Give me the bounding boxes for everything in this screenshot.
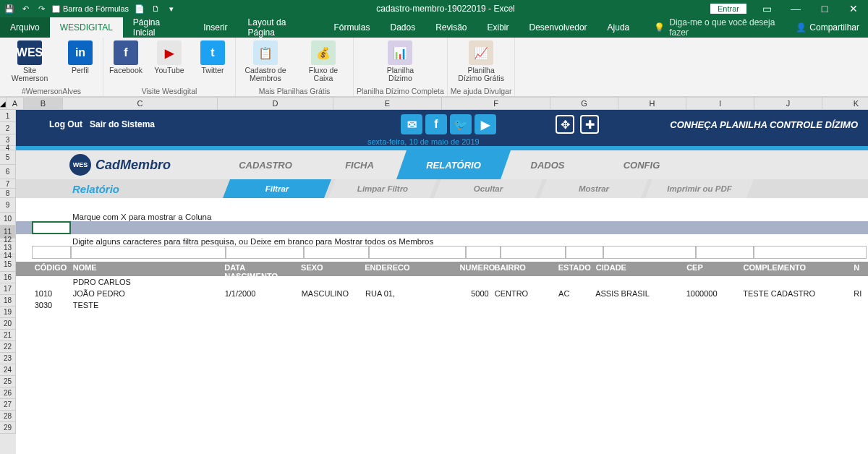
qat-customize-icon[interactable]: ▾ [166,4,176,14]
table-row[interactable]: PDRO CARLOS [16,276,868,288]
undo-icon[interactable]: ↶ [20,4,30,14]
move-icon[interactable]: ✥ [556,115,574,134]
action-ocultar[interactable]: Ocultar [441,179,535,198]
row-8[interactable]: 8 [0,189,16,198]
cell: RI [851,288,868,299]
action-mostrar[interactable]: Mostrar [547,179,641,198]
sign-in-button[interactable]: Entrar [710,4,746,14]
twitter-icon[interactable]: 🐦 [450,114,472,134]
row-29[interactable]: 29 [0,422,16,434]
ribbon-button-twitter[interactable]: tTwitter [195,40,231,74]
ribbon-tab-layout-da-página[interactable]: Layout da Página [238,17,324,38]
main-tab-relatório[interactable]: RELATÓRIO [407,150,501,179]
ribbon-tab-exibir[interactable]: Exibir [477,17,519,38]
logout-link[interactable]: Log Out [49,119,82,129]
ribbon-tab-revisão[interactable]: Revisão [425,17,477,38]
row-20[interactable]: 20 [0,318,16,330]
cell [851,299,868,311]
action-filtrar[interactable]: Filtrar [230,179,324,198]
action-imprimir-ou-pdf[interactable]: Imprimir ou PDF [652,179,746,198]
row-16[interactable]: 16 [0,272,16,283]
row-1[interactable]: 1 [0,110,16,122]
col-K[interactable]: K [822,98,868,109]
mail-icon[interactable]: ✉ [401,114,422,134]
col-B[interactable]: B [24,98,63,109]
ribbon-button-perfil[interactable]: inPerfil [62,40,98,82]
file-tab[interactable]: Arquivo [0,17,50,38]
col-D[interactable]: D [218,98,333,109]
th-numero: NUMERO [457,262,492,276]
row-27[interactable]: 27 [0,399,16,411]
close-button[interactable]: ✕ [839,0,868,17]
col-I[interactable]: I [686,98,754,109]
row-7[interactable]: 7 [0,179,16,189]
main-tab-ficha[interactable]: FICHA [312,150,407,179]
ribbon-button-cadastro-de-membros[interactable]: 📋Cadastro de Membros [240,40,291,82]
col-H[interactable]: H [618,98,686,109]
ribbon-options-icon[interactable]: ▭ [752,0,781,17]
row-19[interactable]: 19 [0,307,16,318]
row-17[interactable]: 17 [0,283,16,295]
main-tab-config[interactable]: CONFIG [595,150,689,179]
action-limpar-filtro[interactable]: Limpar Filtro [336,179,430,198]
active-cell[interactable] [32,221,71,234]
youtube-icon[interactable]: ▶ [475,114,496,134]
row-23[interactable]: 23 [0,353,16,364]
save-icon[interactable]: 💾 [4,4,14,14]
row-2[interactable]: 2 [0,122,16,134]
row-6[interactable]: 6 [0,165,16,179]
ribbon-tab-inserir[interactable]: Inserir [193,17,237,38]
filter-row[interactable] [16,246,868,259]
row-5[interactable]: 5 [0,150,16,165]
ribbon-button-label: Cadastro de Membros [240,67,291,82]
share-button[interactable]: 👤 Compartilhar [796,22,859,33]
row-9[interactable]: 9 [0,198,16,213]
col-J[interactable]: J [754,98,822,109]
ribbon-tab-desenvolvedor[interactable]: Desenvolvedor [519,17,597,38]
minimize-button[interactable]: — [781,0,810,17]
select-all-cell[interactable]: ◢ [0,98,7,109]
col-G[interactable]: G [550,98,618,109]
maximize-button[interactable]: □ [810,0,839,17]
touch-mode-icon[interactable]: 📄 [135,4,145,14]
row-28[interactable]: 28 [0,411,16,422]
row-22[interactable]: 22 [0,341,16,353]
col-E[interactable]: E [333,98,442,109]
print-preview-icon[interactable]: 🗋 [150,4,161,14]
exit-link[interactable]: Sair do Sistema [90,119,155,129]
row-26[interactable]: 26 [0,387,16,399]
ribbon-tab-ajuda[interactable]: Ajuda [597,17,640,38]
row-25[interactable]: 25 [0,376,16,387]
worksheet[interactable]: Log Out Sair do Sistema ✉ f 🐦 ▶ ✥ ✚ CONH… [16,110,868,454]
brand-name: CadMembro [95,158,171,173]
row-21[interactable]: 21 [0,330,16,341]
row-24[interactable]: 24 [0,364,16,376]
tell-me[interactable]: 💡 Diga-me o que você deseja fazer [654,17,796,38]
ribbon-button-planilha-dízimo[interactable]: 📊Planilha Dízimo [375,40,425,82]
column-selector-row[interactable] [16,221,868,234]
ribbon-button-fluxo-de-caixa[interactable]: 💰Fluxo de Caixa [298,40,349,82]
ribbon-button-planilha-dízimo-grátis[interactable]: 📈Planilha Dízimo Grátis [456,40,506,82]
col-F[interactable]: F [442,98,550,109]
facebook-icon[interactable]: f [425,114,447,134]
row-10[interactable]: 10 [0,213,16,226]
ribbon-tab-página-inicial[interactable]: Página Inicial [123,17,193,38]
main-tab-dados[interactable]: DADOS [501,150,595,179]
ribbon-button-site-wemerson[interactable]: WESSite Wemerson [4,40,55,82]
row-18[interactable]: 18 [0,295,16,307]
cell [684,299,741,311]
health-icon[interactable]: ✚ [580,115,599,134]
ribbon-tab-wesdigital[interactable]: WESDIGITAL [50,17,123,38]
ribbon-button-youtube[interactable]: ▶YouTube [151,40,187,74]
ribbon-tab-dados[interactable]: Dados [380,17,425,38]
ribbon-button-facebook[interactable]: fFacebook [108,40,144,74]
ribbon-tab-fórmulas[interactable]: Fórmulas [323,17,380,38]
redo-icon[interactable]: ↷ [36,4,46,14]
main-tab-cadastro[interactable]: CADASTRO [218,150,312,179]
col-A[interactable]: A [7,98,24,109]
row-15[interactable]: 15 [0,257,16,272]
table-row[interactable]: 3030TESTE [16,299,868,311]
col-C[interactable]: C [63,98,218,109]
table-row[interactable]: 1010JOÃO PEDRO1/1/2000MASCULINORUA 01,50… [16,288,868,299]
formula-bar-toggle[interactable]: Barra de Fórmulas [52,4,129,13]
